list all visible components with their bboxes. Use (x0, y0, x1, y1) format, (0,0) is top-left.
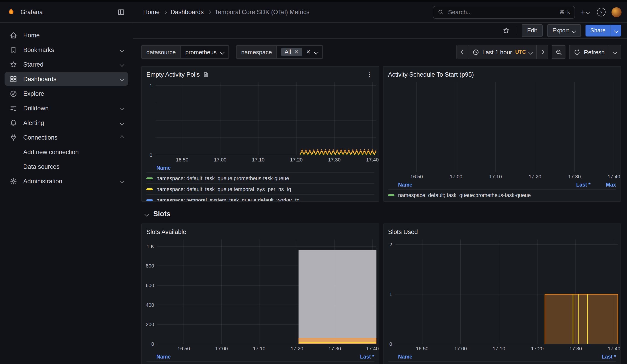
svg-text:17:00: 17:00 (454, 346, 467, 352)
chevron-right-icon (163, 10, 167, 14)
dashboard-content: datasource prometheus namespace All (133, 39, 627, 364)
sidebar-item-starred[interactable]: Starred (4, 57, 128, 71)
share-menu-button[interactable] (611, 25, 621, 37)
main-area: Edit Export Share datasource (133, 23, 627, 364)
legend-column-last[interactable]: Last * (346, 354, 374, 360)
time-range-label: Last 1 hour (482, 49, 512, 55)
panel-title[interactable]: Activity Schedule To Start (p95) (388, 71, 474, 78)
panel-description-icon[interactable] (203, 71, 209, 77)
sidebar-item-drilldown[interactable]: Drilldown (4, 101, 128, 115)
sidebar-item-add-new-connection[interactable]: Add new connection (4, 145, 128, 159)
svg-text:17:30: 17:30 (328, 346, 341, 352)
compass-icon (9, 90, 17, 97)
legend-column-name[interactable]: Name (146, 354, 346, 360)
sidebar-item-alerting[interactable]: Alerting (4, 116, 128, 130)
chevron-down-icon[interactable] (120, 48, 124, 52)
sidebar-item-data-sources[interactable]: Data sources (4, 160, 128, 173)
svg-text:0: 0 (389, 341, 392, 347)
share-button[interactable]: Share (585, 25, 611, 37)
search-box[interactable]: ⌘+k (432, 6, 575, 18)
legend-row: namespace: default; task_queue:temporal_… (146, 183, 374, 194)
breadcrumb-home[interactable]: Home (143, 9, 159, 15)
svg-text:17:30: 17:30 (569, 346, 582, 352)
sidebar-item-label: Add new connection (23, 149, 79, 155)
series-label[interactable]: namespace: default; task_queue:prometheu… (157, 175, 374, 181)
svg-text:17:10: 17:10 (253, 346, 265, 352)
sidebar-item-label: Drilldown (23, 105, 49, 111)
svg-text:17:40: 17:40 (608, 174, 620, 179)
sidebar-item-administration[interactable]: Administration (4, 174, 128, 188)
sidebar-item-connections[interactable]: Connections (4, 130, 128, 144)
chevron-down-icon (220, 50, 225, 54)
panel-title[interactable]: Slots Used (388, 228, 418, 235)
panels-row-2: Slots Available 16:5017:0017:1017:2017:3… (141, 223, 621, 364)
add-button[interactable]: + (579, 6, 590, 18)
legend-column-name[interactable]: Name (388, 354, 588, 360)
series-swatch (146, 188, 153, 190)
chevron-down-icon[interactable] (120, 106, 124, 110)
time-range-picker[interactable]: Last 1 hour UTC (468, 45, 536, 59)
zoom-out-button[interactable] (552, 45, 566, 59)
avatar[interactable] (612, 7, 622, 17)
export-button[interactable]: Export (547, 24, 581, 37)
favorite-star-icon[interactable] (500, 25, 512, 37)
sidebar-item-home[interactable]: Home (4, 28, 128, 42)
panel-slots-available: Slots Available 16:5017:0017:1017:2017:3… (141, 223, 379, 364)
chevron-down-icon (571, 28, 576, 33)
remove-icon[interactable]: ✕ (294, 49, 299, 55)
refresh-label: Refresh (584, 49, 605, 55)
namespace-select[interactable]: All ✕ ✕ (276, 45, 323, 59)
grafana-logo[interactable] (6, 7, 16, 17)
sidebar-item-dashboards[interactable]: Dashboards (4, 72, 128, 86)
namespace-label: namespace (236, 45, 276, 59)
clear-icon[interactable]: ✕ (306, 49, 311, 55)
panel-title[interactable]: Empty Activity Polls (146, 71, 200, 78)
chevron-down-icon[interactable] (120, 77, 124, 81)
refresh-button[interactable]: Refresh (570, 45, 609, 59)
chevron-down-icon[interactable] (120, 179, 124, 183)
sidebar-item-label: Starred (23, 61, 44, 68)
panel-menu-button[interactable]: ⋮ (365, 70, 374, 78)
top-navigation-bar: Grafana Home Dashboards Temporal Core SD… (0, 2, 627, 23)
legend-column-last[interactable]: Last * (588, 354, 616, 360)
legend-column-name[interactable]: Name (388, 182, 562, 188)
search-input[interactable] (447, 8, 556, 16)
share-split-button[interactable]: Share (585, 25, 621, 37)
edit-button[interactable]: Edit (522, 24, 542, 37)
breadcrumb-dashboards[interactable]: Dashboards (170, 9, 204, 15)
refresh-icon (574, 49, 581, 55)
legend: Name namespace: default; task_queue:prom… (142, 163, 379, 201)
refresh-interval-button[interactable] (609, 45, 621, 59)
series-label[interactable]: namespace: default; task_queue:temporal_… (157, 186, 374, 192)
sidebar-item-explore[interactable]: Explore (4, 87, 128, 100)
namespace-chip[interactable]: All ✕ (281, 48, 302, 56)
series-label[interactable]: namespace: temporal_system; task_queue:d… (157, 197, 374, 201)
chevron-down-icon[interactable] (120, 62, 124, 67)
export-label: Export (552, 27, 569, 34)
panels-row-1: Empty Activity Polls ⋮ 16:5017:0017:1017… (141, 66, 621, 202)
timeseries-chart[interactable]: 16:5017:0017:1017:2017:3017:40012 (383, 237, 621, 352)
time-shift-back-button[interactable] (457, 45, 468, 59)
sidebar-item-bookmarks[interactable]: Bookmarks (4, 43, 128, 56)
timeseries-chart[interactable]: 16:5017:0017:1017:2017:3017:4001 (142, 79, 379, 163)
clock-icon (472, 49, 479, 55)
legend-column-last[interactable]: Last * (562, 182, 590, 188)
time-controls: Last 1 hour UTC Refres (457, 45, 621, 59)
divider (517, 27, 517, 34)
timeseries-chart[interactable]: 16:5017:0017:1017:2017:3017:400200400600… (142, 237, 379, 352)
help-icon[interactable]: ? (595, 6, 607, 18)
legend-column-max[interactable]: Max (590, 182, 616, 188)
panel-title[interactable]: Slots Available (146, 228, 186, 235)
series-label[interactable]: namespace: default; task_queue:prometheu… (398, 192, 562, 198)
timeseries-chart[interactable]: 16:5017:0017:1017:2017:3017:40 (383, 79, 621, 180)
section-slots[interactable]: Slots (141, 208, 621, 220)
svg-text:17:40: 17:40 (608, 346, 620, 352)
panel-activity-schedule-to-start: Activity Schedule To Start (p95) 16:5017… (383, 66, 621, 202)
chevron-up-icon[interactable] (120, 135, 124, 140)
sidebar-item-label: Administration (23, 178, 62, 185)
time-shift-forward-button[interactable] (536, 45, 548, 59)
datasource-select[interactable]: prometheus (180, 45, 229, 59)
legend-column-name[interactable]: Name (146, 165, 374, 171)
sidebar-toggle-icon[interactable] (115, 6, 127, 18)
chevron-down-icon[interactable] (120, 120, 124, 125)
